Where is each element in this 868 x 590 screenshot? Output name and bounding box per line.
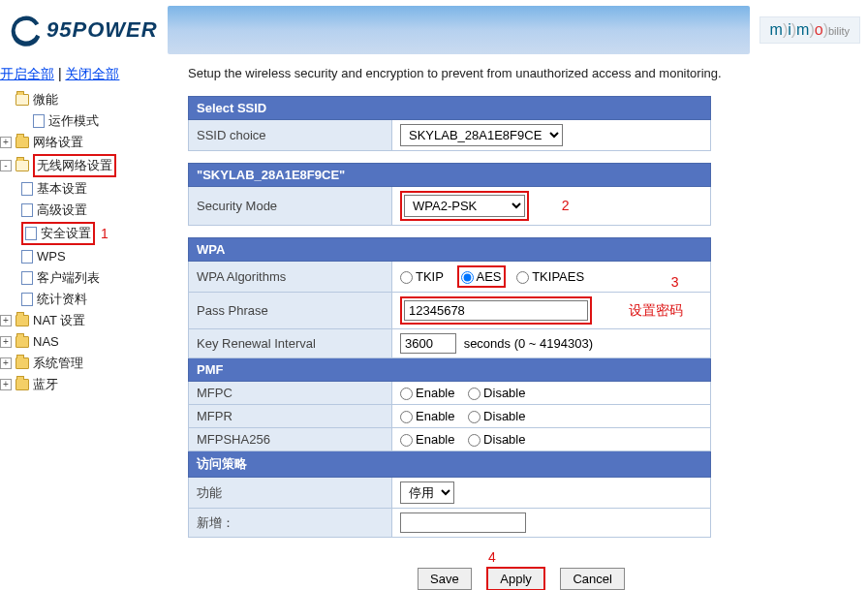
tree-sysmgmt[interactable]: 系统管理 (33, 354, 83, 373)
select-ssid-header: Select SSID (189, 97, 711, 120)
annotation-3-label: 设置密码 (629, 302, 683, 318)
mfpsha-disable-radio[interactable] (468, 434, 480, 447)
ssid-security-table: "SKYLAB_28A1E8F9CE" Security Mode WPA2-P… (188, 163, 711, 226)
mfpc-disable-radio[interactable] (468, 388, 480, 400)
annotation-4: 4 (130, 549, 854, 565)
annotation-1: 1 (101, 224, 108, 243)
page-icon (25, 227, 37, 240)
mfpc-enable-radio[interactable] (400, 388, 413, 400)
tree-nat[interactable]: NAT 设置 (33, 311, 85, 330)
algo-tkipaes-radio[interactable] (516, 271, 529, 284)
footer-buttons: 4 Save Apply Cancel (188, 549, 854, 590)
tree-wlan-clients[interactable]: 客户端列表 (37, 268, 100, 288)
page-icon (21, 182, 33, 196)
algo-aes-radio[interactable] (461, 271, 474, 284)
page-icon (21, 271, 33, 285)
tree-controls: 开启全部 | 关闭全部 (0, 64, 174, 89)
brand-right: m)i)m)o)bility (760, 16, 860, 44)
mfpr-enable-radio[interactable] (400, 411, 413, 423)
app-header: 95POWER m)i)m)o)bility (0, 0, 868, 60)
folder-icon (16, 137, 29, 148)
tree-net-set[interactable]: 网络设置 (33, 133, 83, 152)
security-mode-label: Security Mode (189, 187, 392, 226)
tree-root[interactable]: 微能 (33, 90, 58, 109)
page-icon (21, 203, 33, 217)
key-renewal-input[interactable] (400, 333, 456, 354)
page-icon (33, 114, 45, 128)
tree-wlan-set[interactable]: 无线网络设置 (33, 154, 116, 177)
ssid-name-header: "SKYLAB_28A1E8F9CE" (189, 164, 711, 187)
mfpr-label: MFPR (189, 405, 392, 428)
tree-wlan-security[interactable]: 安全设置 (41, 224, 91, 243)
expand-all-link[interactable]: 开启全部 (0, 66, 54, 81)
nav-tree: 微能 运作模式 +网络设置 -无线网络设置 基本设置 高级设置 安全设置1 WP… (0, 89, 174, 395)
logo-icon (8, 12, 45, 48)
folder-icon (16, 336, 29, 348)
passphrase-input[interactable] (404, 300, 588, 321)
ssid-choice-label: SSID choice (189, 120, 392, 151)
expand-icon[interactable]: + (0, 315, 12, 326)
main-content: Setup the wireless security and encrypti… (174, 60, 868, 590)
mfpsha-enable-radio[interactable] (400, 434, 413, 447)
tree-nas[interactable]: NAS (33, 332, 59, 352)
algo-tkip-radio[interactable] (400, 271, 413, 284)
collapse-icon[interactable]: - (0, 160, 12, 171)
folder-icon (16, 160, 29, 171)
passphrase-label: Pass Phrase (189, 293, 392, 329)
folder-icon (16, 379, 29, 390)
access-policy-header: 访问策略 (189, 451, 711, 478)
function-label: 功能 (189, 478, 392, 509)
select-ssid-table: Select SSID SSID choice SKYLAB_28A1E8F9C… (188, 96, 711, 151)
page-icon (21, 250, 33, 264)
expand-icon[interactable]: + (0, 137, 12, 148)
wpa-algo-label: WPA Algorithms (189, 262, 392, 293)
annotation-2: 2 (562, 198, 570, 213)
expand-icon[interactable]: + (0, 357, 12, 369)
function-select[interactable]: 停用 (400, 481, 454, 504)
folder-icon (16, 315, 29, 326)
tree-wlan-wps[interactable]: WPS (37, 247, 66, 266)
tree-bt[interactable]: 蓝牙 (33, 375, 58, 394)
pmf-header: PMF (189, 358, 711, 382)
sidebar: 开启全部 | 关闭全部 微能 运作模式 +网络设置 -无线网络设置 基本设置 高… (0, 60, 174, 590)
key-renewal-hint: seconds (0 ~ 4194303) (464, 336, 593, 351)
apply-button[interactable]: Apply (486, 567, 545, 590)
expand-icon[interactable]: + (0, 379, 12, 390)
tree-oper-mode[interactable]: 运作模式 (48, 111, 99, 131)
save-button[interactable]: Save (418, 568, 472, 590)
key-renewal-label: Key Renewal Interval (189, 329, 392, 358)
annotation-3-num: 3 (671, 274, 679, 290)
add-new-input[interactable] (400, 512, 526, 533)
mfpr-disable-radio[interactable] (468, 411, 480, 423)
ssid-choice-select[interactable]: SKYLAB_28A1E8F9CE (400, 124, 563, 146)
collapse-all-link[interactable]: 关闭全部 (65, 66, 119, 81)
page-desc: Setup the wireless security and encrypti… (188, 60, 854, 96)
tree-wlan-basic[interactable]: 基本设置 (37, 179, 87, 199)
tree-wlan-adv[interactable]: 高级设置 (37, 201, 87, 220)
mfpsha-label: MFPSHA256 (189, 428, 392, 451)
folder-icon (16, 94, 29, 106)
expand-icon[interactable]: + (0, 336, 12, 348)
highlight-aes: AES (457, 265, 506, 288)
highlight-passphrase (400, 296, 592, 325)
logo-text: 95POWER (46, 17, 158, 43)
page-icon (21, 293, 33, 306)
security-mode-select[interactable]: WPA2-PSK (404, 195, 525, 217)
logo: 95POWER (8, 12, 158, 48)
highlight-security-mode: WPA2-PSK (400, 191, 529, 221)
mfpc-label: MFPC (189, 382, 392, 405)
tree-wlan-stats[interactable]: 统计资料 (37, 290, 87, 309)
header-banner (168, 6, 750, 54)
wpa-table: WPA WPA Algorithms TKIP AES TKIPAES 3 Pa… (188, 237, 711, 538)
add-new-label: 新增： (189, 509, 392, 538)
cancel-button[interactable]: Cancel (560, 568, 624, 590)
wpa-header: WPA (189, 238, 711, 262)
folder-icon (16, 357, 29, 369)
